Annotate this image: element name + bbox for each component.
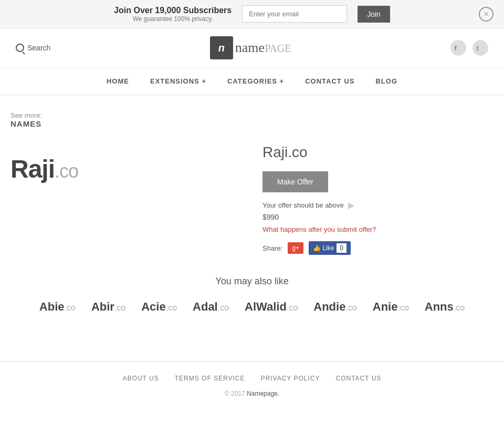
top-banner: Join Over 19,000 Subscribers We guarante… [0, 0, 504, 28]
also-like-name: Abir [91, 300, 114, 313]
footer: ABOUT US TERMS OF SERVICE PRIVACY POLICY… [0, 361, 504, 410]
also-like-tld: .co [114, 303, 125, 312]
banner-join-button[interactable]: Join [358, 6, 390, 23]
logo-icon: n [210, 36, 233, 59]
also-like-item[interactable]: Andie.co [313, 300, 356, 314]
search-label: Search [27, 44, 50, 52]
also-like-name: Andie [313, 300, 345, 313]
also-like-name: Acie [141, 300, 165, 313]
logo-text: namePAGE [235, 40, 291, 56]
copyright-brand[interactable]: Namepage. [247, 390, 279, 397]
header: Search n namePAGE f t [0, 28, 504, 68]
twitter-icon[interactable]: t [472, 40, 488, 56]
offer-above-label: Your offer should be above [262, 201, 344, 209]
nav-item-contact[interactable]: CONTACT US [305, 77, 354, 85]
arrow-icon: ▶ [348, 200, 354, 210]
main-content: See more: NAMES Raji.co Raji.co Make Off… [0, 95, 504, 340]
also-like-tld: .co [65, 303, 76, 312]
banner-headline: Join Over 19,000 Subscribers [114, 6, 232, 15]
see-more-label: See more: [10, 111, 42, 119]
nav-item-extensions[interactable]: EXTENSIONS + [150, 77, 206, 85]
google-plus-button[interactable]: g+ [288, 242, 303, 254]
fb-count: 0 [337, 243, 346, 253]
social-icons: f t [450, 40, 488, 56]
domain-display-tld: .co [55, 160, 78, 182]
also-like-item[interactable]: Abie.co [39, 300, 76, 314]
banner-close-button[interactable]: × [479, 7, 494, 22]
also-like-name: Abie [39, 300, 65, 313]
also-like-grid: Abie.coAbir.coAcie.coAdal.coAlWalid.coAn… [10, 300, 494, 314]
share-label: Share: [262, 244, 282, 252]
also-like-name: Anns [425, 300, 454, 313]
facebook-icon[interactable]: f [450, 40, 466, 56]
also-like-item[interactable]: Adal.co [193, 300, 229, 314]
also-like-tld: .co [218, 303, 229, 312]
offer-price: $990 [262, 213, 494, 221]
domain-info: Raji.co Make Offer Your offer should be … [262, 144, 494, 255]
svg-text:f: f [455, 44, 457, 51]
footer-link-contact[interactable]: CONTACT US [335, 375, 381, 382]
gplus-icon: g+ [292, 244, 299, 252]
domain-logo: Raji.co [10, 154, 78, 183]
domain-section: Raji.co Raji.co Make Offer Your offer sh… [10, 144, 494, 255]
make-offer-button[interactable]: Make Offer [262, 171, 328, 192]
footer-link-terms[interactable]: TERMS OF SERVICE [175, 375, 245, 382]
domain-display-name: Raji [10, 155, 55, 183]
also-like-item[interactable]: Acie.co [141, 300, 177, 314]
domain-title: Raji.co [262, 144, 494, 161]
logo-link[interactable]: n namePAGE [210, 36, 291, 59]
banner-text: Join Over 19,000 Subscribers We guarante… [114, 6, 232, 23]
navigation: HOME EXTENSIONS + CATEGORIES + CONTACT U… [0, 68, 504, 95]
offer-info: Your offer should be above ▶ [262, 200, 494, 210]
also-like-tld: .co [454, 303, 465, 312]
also-like-tld: .co [345, 303, 356, 312]
banner-subtext: We guarantee 100% privacy. [114, 15, 232, 23]
breadcrumb: See more: NAMES [10, 111, 494, 128]
also-like-item[interactable]: Anie.co [373, 300, 409, 314]
also-like-item[interactable]: Anns.co [425, 300, 465, 314]
nav-item-home[interactable]: HOME [107, 77, 129, 85]
also-like-name: Anie [373, 300, 398, 313]
footer-copyright: © 2017 Namepage. [10, 390, 494, 397]
also-like-item[interactable]: Abir.co [91, 300, 125, 314]
also-like-item[interactable]: AlWalid.co [245, 300, 298, 314]
footer-link-about[interactable]: ABOUT US [123, 375, 159, 382]
breadcrumb-link[interactable]: NAMES [10, 119, 494, 128]
what-happens-link[interactable]: What happens after you submit offer? [262, 225, 494, 233]
footer-link-privacy[interactable]: PRIVACY POLICY [261, 375, 320, 382]
share-row: Share: g+ 👍 Like 0 [262, 241, 494, 255]
fb-thumb-icon: 👍 Like [313, 244, 334, 252]
also-like-name: Adal [193, 300, 218, 313]
also-like-tld: .co [397, 303, 408, 312]
also-like-tld: .co [166, 303, 177, 312]
search-trigger[interactable]: Search [16, 44, 50, 52]
footer-links: ABOUT US TERMS OF SERVICE PRIVACY POLICY… [10, 375, 494, 382]
also-like-name: AlWalid [245, 300, 287, 313]
also-like-tld: .co [287, 303, 298, 312]
facebook-like-button[interactable]: 👍 Like 0 [309, 241, 351, 255]
nav-item-blog[interactable]: BLOG [375, 77, 397, 85]
domain-visual: Raji.co [10, 144, 242, 255]
logo[interactable]: n namePAGE [210, 36, 291, 59]
also-like-section: You may also like Abie.coAbir.coAcie.coA… [10, 276, 494, 314]
nav-item-categories[interactable]: CATEGORIES + [227, 77, 284, 85]
copyright-text: © 2017 [225, 390, 247, 397]
search-icon [16, 44, 24, 52]
banner-email-input[interactable] [242, 5, 347, 23]
also-like-title: You may also like [10, 276, 494, 287]
svg-text:t: t [477, 45, 479, 51]
